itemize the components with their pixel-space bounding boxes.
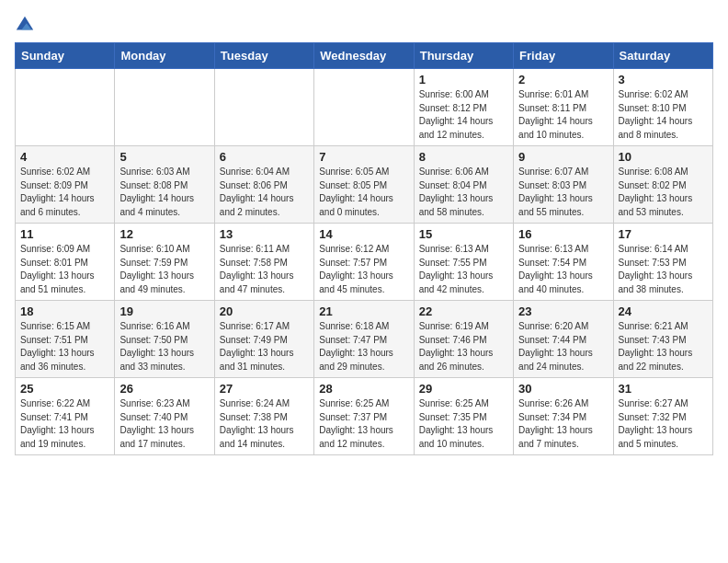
day-info: Sunrise: 6:09 AM Sunset: 8:01 PM Dayligh… xyxy=(20,243,109,296)
day-number: 9 xyxy=(518,150,608,164)
day-number: 19 xyxy=(119,304,209,318)
calendar-cell: 12Sunrise: 6:10 AM Sunset: 7:59 PM Dayli… xyxy=(115,224,214,301)
day-number: 5 xyxy=(119,150,209,164)
day-info: Sunrise: 6:03 AM Sunset: 8:08 PM Dayligh… xyxy=(119,166,209,219)
calendar-cell: 11Sunrise: 6:09 AM Sunset: 8:01 PM Dayli… xyxy=(16,224,115,301)
day-info: Sunrise: 6:22 AM Sunset: 7:41 PM Dayligh… xyxy=(20,397,109,451)
calendar-cell: 26Sunrise: 6:23 AM Sunset: 7:40 PM Dayli… xyxy=(115,378,214,455)
day-info: Sunrise: 6:15 AM Sunset: 7:51 PM Dayligh… xyxy=(20,320,109,373)
day-number: 28 xyxy=(319,382,408,396)
day-info: Sunrise: 6:25 AM Sunset: 7:35 PM Dayligh… xyxy=(419,397,508,451)
weekday-saturday: Saturday xyxy=(613,43,712,69)
day-number: 10 xyxy=(619,150,708,164)
calendar-cell: 3Sunrise: 6:02 AM Sunset: 8:10 PM Daylig… xyxy=(613,69,712,146)
calendar-cell: 6Sunrise: 6:04 AM Sunset: 8:06 PM Daylig… xyxy=(214,146,313,224)
day-info: Sunrise: 6:10 AM Sunset: 7:59 PM Dayligh… xyxy=(119,243,209,296)
day-number: 11 xyxy=(20,227,109,241)
weekday-monday: Monday xyxy=(115,43,214,69)
day-number: 2 xyxy=(518,73,608,86)
calendar-cell: 9Sunrise: 6:07 AM Sunset: 8:03 PM Daylig… xyxy=(514,146,613,224)
calendar-cell xyxy=(115,69,214,146)
day-info: Sunrise: 6:12 AM Sunset: 7:57 PM Dayligh… xyxy=(319,243,408,296)
calendar-cell: 23Sunrise: 6:20 AM Sunset: 7:44 PM Dayli… xyxy=(514,301,613,378)
weekday-tuesday: Tuesday xyxy=(214,43,313,69)
weekday-sunday: Sunday xyxy=(16,43,115,69)
day-info: Sunrise: 6:18 AM Sunset: 7:47 PM Dayligh… xyxy=(319,320,408,373)
calendar-cell: 31Sunrise: 6:27 AM Sunset: 7:32 PM Dayli… xyxy=(613,378,712,455)
day-number: 20 xyxy=(220,304,309,318)
day-number: 8 xyxy=(419,150,508,164)
calendar-cell: 17Sunrise: 6:14 AM Sunset: 7:53 PM Dayli… xyxy=(613,224,712,301)
day-number: 24 xyxy=(619,304,708,318)
day-number: 16 xyxy=(518,227,608,241)
day-number: 18 xyxy=(20,304,109,318)
calendar-table: SundayMondayTuesdayWednesdayThursdayFrid… xyxy=(15,42,713,455)
logo-icon xyxy=(15,15,35,35)
calendar-cell: 28Sunrise: 6:25 AM Sunset: 7:37 PM Dayli… xyxy=(314,378,414,455)
calendar-cell xyxy=(214,69,313,146)
day-number: 31 xyxy=(619,382,708,396)
calendar-body: 1Sunrise: 6:00 AM Sunset: 8:12 PM Daylig… xyxy=(16,69,713,455)
calendar-cell xyxy=(314,69,414,146)
weekday-wednesday: Wednesday xyxy=(314,43,414,69)
calendar-cell: 22Sunrise: 6:19 AM Sunset: 7:46 PM Dayli… xyxy=(414,301,513,378)
day-info: Sunrise: 6:02 AM Sunset: 8:10 PM Dayligh… xyxy=(619,88,708,142)
calendar-cell: 14Sunrise: 6:12 AM Sunset: 7:57 PM Dayli… xyxy=(314,224,414,301)
calendar-cell: 18Sunrise: 6:15 AM Sunset: 7:51 PM Dayli… xyxy=(16,301,115,378)
calendar-cell: 10Sunrise: 6:08 AM Sunset: 8:02 PM Dayli… xyxy=(613,146,712,224)
day-number: 3 xyxy=(619,73,708,86)
weekday-thursday: Thursday xyxy=(414,43,513,69)
day-number: 27 xyxy=(220,382,309,396)
calendar-cell: 29Sunrise: 6:25 AM Sunset: 7:35 PM Dayli… xyxy=(414,378,513,455)
calendar-cell: 21Sunrise: 6:18 AM Sunset: 7:47 PM Dayli… xyxy=(314,301,414,378)
day-number: 21 xyxy=(319,304,408,318)
day-number: 13 xyxy=(220,227,309,241)
day-info: Sunrise: 6:06 AM Sunset: 8:04 PM Dayligh… xyxy=(419,166,508,219)
day-info: Sunrise: 6:27 AM Sunset: 7:32 PM Dayligh… xyxy=(619,397,708,451)
day-info: Sunrise: 6:23 AM Sunset: 7:40 PM Dayligh… xyxy=(119,397,209,451)
day-info: Sunrise: 6:17 AM Sunset: 7:49 PM Dayligh… xyxy=(220,320,309,373)
day-number: 14 xyxy=(319,227,408,241)
calendar-cell: 16Sunrise: 6:13 AM Sunset: 7:54 PM Dayli… xyxy=(514,224,613,301)
day-info: Sunrise: 6:01 AM Sunset: 8:11 PM Dayligh… xyxy=(518,88,608,142)
day-number: 12 xyxy=(119,227,209,241)
week-row-4: 18Sunrise: 6:15 AM Sunset: 7:51 PM Dayli… xyxy=(16,301,713,378)
day-number: 23 xyxy=(518,304,608,318)
day-number: 6 xyxy=(220,150,309,164)
day-info: Sunrise: 6:07 AM Sunset: 8:03 PM Dayligh… xyxy=(518,166,608,219)
day-info: Sunrise: 6:13 AM Sunset: 7:54 PM Dayligh… xyxy=(518,243,608,296)
calendar-cell: 24Sunrise: 6:21 AM Sunset: 7:43 PM Dayli… xyxy=(613,301,712,378)
calendar-cell: 19Sunrise: 6:16 AM Sunset: 7:50 PM Dayli… xyxy=(115,301,214,378)
calendar-cell: 25Sunrise: 6:22 AM Sunset: 7:41 PM Dayli… xyxy=(16,378,115,455)
day-info: Sunrise: 6:08 AM Sunset: 8:02 PM Dayligh… xyxy=(619,166,708,219)
day-info: Sunrise: 6:26 AM Sunset: 7:34 PM Dayligh… xyxy=(518,397,608,451)
day-info: Sunrise: 6:19 AM Sunset: 7:46 PM Dayligh… xyxy=(419,320,508,373)
day-info: Sunrise: 6:21 AM Sunset: 7:43 PM Dayligh… xyxy=(619,320,708,373)
calendar-cell: 5Sunrise: 6:03 AM Sunset: 8:08 PM Daylig… xyxy=(115,146,214,224)
calendar-cell: 27Sunrise: 6:24 AM Sunset: 7:38 PM Dayli… xyxy=(214,378,313,455)
week-row-5: 25Sunrise: 6:22 AM Sunset: 7:41 PM Dayli… xyxy=(16,378,713,455)
weekday-header-row: SundayMondayTuesdayWednesdayThursdayFrid… xyxy=(16,43,713,69)
day-info: Sunrise: 6:00 AM Sunset: 8:12 PM Dayligh… xyxy=(419,88,508,142)
day-info: Sunrise: 6:11 AM Sunset: 7:58 PM Dayligh… xyxy=(220,243,309,296)
calendar-cell: 15Sunrise: 6:13 AM Sunset: 7:55 PM Dayli… xyxy=(414,224,513,301)
calendar-cell: 4Sunrise: 6:02 AM Sunset: 8:09 PM Daylig… xyxy=(16,146,115,224)
day-info: Sunrise: 6:24 AM Sunset: 7:38 PM Dayligh… xyxy=(220,397,309,451)
day-number: 29 xyxy=(419,382,508,396)
week-row-1: 1Sunrise: 6:00 AM Sunset: 8:12 PM Daylig… xyxy=(16,69,713,146)
calendar-cell: 30Sunrise: 6:26 AM Sunset: 7:34 PM Dayli… xyxy=(514,378,613,455)
day-number: 25 xyxy=(20,382,109,396)
day-number: 4 xyxy=(20,150,109,164)
calendar-cell xyxy=(16,69,115,146)
day-info: Sunrise: 6:16 AM Sunset: 7:50 PM Dayligh… xyxy=(119,320,209,373)
weekday-friday: Friday xyxy=(514,43,613,69)
week-row-2: 4Sunrise: 6:02 AM Sunset: 8:09 PM Daylig… xyxy=(16,146,713,224)
logo xyxy=(15,15,39,35)
calendar-cell: 20Sunrise: 6:17 AM Sunset: 7:49 PM Dayli… xyxy=(214,301,313,378)
calendar-cell: 13Sunrise: 6:11 AM Sunset: 7:58 PM Dayli… xyxy=(214,224,313,301)
day-number: 26 xyxy=(119,382,209,396)
day-info: Sunrise: 6:05 AM Sunset: 8:05 PM Dayligh… xyxy=(319,166,408,219)
day-number: 22 xyxy=(419,304,508,318)
day-info: Sunrise: 6:04 AM Sunset: 8:06 PM Dayligh… xyxy=(220,166,309,219)
day-number: 1 xyxy=(419,73,508,86)
